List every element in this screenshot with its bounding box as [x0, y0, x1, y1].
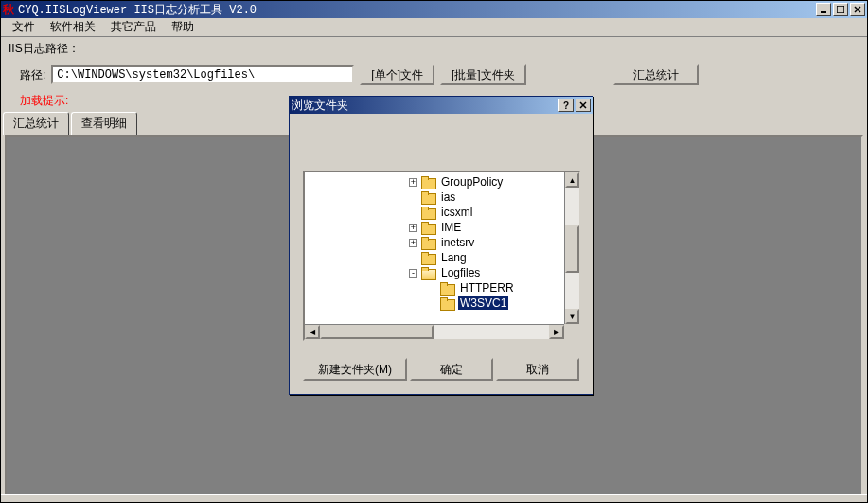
tree-item[interactable]: icsxml	[305, 205, 564, 220]
scroll-left-button[interactable]: ◀	[305, 325, 320, 339]
dialog-title: 浏览文件夹	[292, 98, 558, 114]
expander-blank	[409, 193, 417, 202]
horizontal-scrollbar[interactable]: ◀ ▶	[305, 324, 564, 339]
menu-other-products[interactable]: 其它产品	[103, 17, 164, 37]
folder-icon	[440, 297, 454, 309]
scroll-track-v[interactable]	[565, 188, 579, 309]
summary-button[interactable]: 汇总统计	[613, 64, 699, 85]
tree-item[interactable]: ias	[305, 189, 564, 205]
batch-folder-button[interactable]: [批量]文件夹	[440, 64, 526, 85]
tree-item-label: Logfiles	[439, 266, 482, 279]
dialog-titlebar: 浏览文件夹 ?	[290, 97, 593, 114]
tree-item-label: icsxml	[439, 206, 474, 219]
expand-icon[interactable]: +	[409, 224, 417, 232]
folder-icon	[421, 267, 435, 278]
app-icon: 秋	[3, 2, 14, 18]
tree-item[interactable]: HTTPERR	[305, 280, 564, 296]
browse-folder-dialog: 浏览文件夹 ? +GroupPolicyiasicsxml+IME+inetsr…	[289, 96, 593, 395]
expander-blank	[428, 284, 436, 293]
dialog-body: +GroupPolicyiasicsxml+IME+inetsrvLang-Lo…	[290, 114, 593, 394]
folder-icon	[421, 252, 435, 263]
collapse-icon[interactable]: -	[409, 269, 417, 278]
scroll-right-button[interactable]: ▶	[549, 325, 564, 339]
ok-button[interactable]: 确定	[410, 358, 493, 381]
cancel-button[interactable]: 取消	[496, 358, 579, 381]
maximize-button[interactable]	[833, 3, 848, 16]
menu-file[interactable]: 文件	[5, 17, 43, 37]
expander-blank	[428, 299, 436, 308]
dialog-help-button[interactable]: ?	[558, 99, 574, 112]
scroll-thumb-v[interactable]	[565, 225, 579, 273]
scroll-up-button[interactable]: ▲	[565, 172, 579, 188]
folder-icon	[421, 207, 435, 218]
statusbar	[1, 494, 867, 502]
tree-item[interactable]: -Logfiles	[305, 265, 564, 280]
window-title: CYQ.IISLogViewer IIS日志分析工具 V2.0	[18, 2, 816, 18]
tree-item-label: GroupPolicy	[439, 175, 505, 189]
section-label: IIS日志路径：	[1, 37, 867, 59]
expand-icon[interactable]: +	[409, 239, 417, 247]
folder-tree[interactable]: +GroupPolicyiasicsxml+IME+inetsrvLang-Lo…	[303, 171, 581, 341]
new-folder-button[interactable]: 新建文件夹(M)	[303, 358, 407, 381]
tree-item[interactable]: +IME	[305, 220, 564, 235]
tree-item-label: IME	[439, 221, 463, 234]
folder-icon	[421, 222, 435, 233]
tree-item-label: HTTPERR	[458, 281, 516, 295]
folder-tree-inner: +GroupPolicyiasicsxml+IME+inetsrvLang-Lo…	[305, 172, 564, 324]
path-input[interactable]	[51, 65, 354, 84]
scroll-down-button[interactable]: ▼	[565, 309, 579, 324]
dialog-buttons: 新建文件夹(M) 确定 取消	[303, 358, 579, 381]
menu-help[interactable]: 帮助	[164, 17, 202, 37]
path-label: 路径:	[20, 67, 45, 83]
scroll-track-h[interactable]	[320, 325, 549, 339]
dialog-close-button[interactable]	[576, 99, 591, 112]
svg-rect-0	[821, 11, 826, 13]
tree-item-label: Lang	[439, 251, 469, 264]
titlebar: 秋 CYQ.IISLogViewer IIS日志分析工具 V2.0	[1, 1, 867, 18]
path-row: 路径: [单个]文件 [批量]文件夹 汇总统计	[1, 59, 867, 91]
tree-item[interactable]: W3SVC1	[305, 296, 564, 311]
vertical-scrollbar[interactable]: ▲ ▼	[564, 172, 579, 324]
tree-item[interactable]: +inetsrv	[305, 235, 564, 250]
menubar: 文件 软件相关 其它产品 帮助	[1, 18, 867, 37]
expander-blank	[409, 254, 417, 262]
window-buttons	[816, 3, 865, 16]
close-button[interactable]	[850, 3, 865, 16]
single-file-button[interactable]: [单个]文件	[360, 64, 434, 85]
tree-item-label: inetsrv	[439, 236, 476, 249]
scroll-corner	[564, 324, 579, 339]
svg-rect-1	[837, 6, 844, 13]
tab-summary[interactable]: 汇总统计	[3, 112, 69, 135]
tree-item-label: W3SVC1	[458, 296, 508, 310]
tree-item[interactable]: +GroupPolicy	[305, 174, 564, 189]
folder-icon	[421, 237, 435, 248]
folder-icon	[421, 191, 435, 203]
menu-software[interactable]: 软件相关	[43, 17, 103, 37]
tree-item-label: ias	[439, 190, 457, 204]
scroll-thumb-h[interactable]	[320, 325, 434, 339]
tree-item[interactable]: Lang	[305, 250, 564, 265]
expand-icon[interactable]: +	[409, 178, 417, 187]
expander-blank	[409, 208, 417, 217]
folder-icon	[421, 176, 435, 188]
folder-icon	[440, 282, 454, 294]
minimize-button[interactable]	[816, 3, 831, 16]
tab-detail[interactable]: 查看明细	[71, 112, 137, 135]
